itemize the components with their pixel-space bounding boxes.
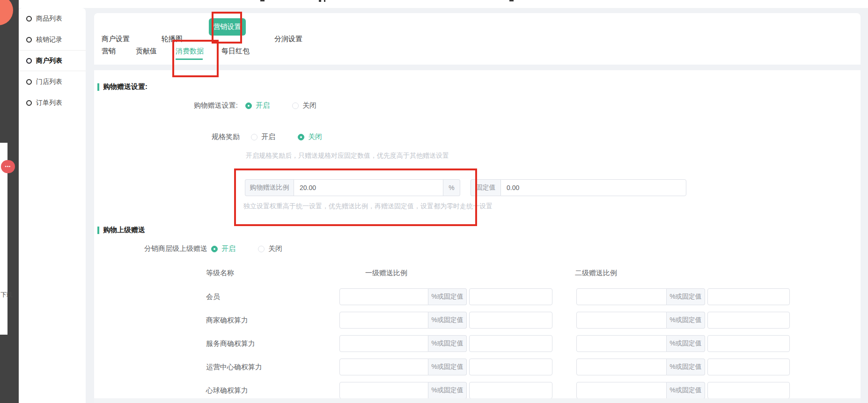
gift-ratio-input[interactable] [294,179,443,196]
tab-marketing-settings[interactable]: 营销设置 [209,18,246,36]
shopping-gift-label: 购物赠送设置: [116,101,238,110]
level1-ratio-group: %或固定值 [339,359,552,375]
sidebar-item-label: 订单列表 [36,99,62,107]
level2-fixed-input[interactable] [707,382,790,399]
level-name: 运营中心确权算力 [206,363,339,372]
fixed-value-input-group: 固定值 [471,179,686,196]
radio-upline-off-label[interactable]: 关闭 [268,244,282,253]
table-row-merchant-power: 商家确权算力 %或固定值 %或固定值 [206,312,790,329]
sidebar-item-order-list[interactable]: 订单列表 [19,92,86,113]
section-title: 购物上级赠送 [103,226,145,234]
level2-ratio-input[interactable] [576,335,667,352]
level2-fixed-input[interactable] [707,288,790,305]
level2-ratio-group: %或固定值 [576,382,790,399]
circle-bullet-icon [26,37,32,43]
level1-ratio-input[interactable] [339,382,428,399]
sidebar-item-label: 商户列表 [36,57,62,65]
radio-spec-on[interactable] [251,134,257,140]
table-row-xinqiu-power: 心球确权算力 %或固定值 %或固定值 [206,382,790,399]
radio-gift-on-label[interactable]: 开启 [256,101,270,110]
circle-bullet-icon [26,16,32,22]
circle-bullet-icon [26,100,32,106]
sidebar-item-goods-list[interactable]: 商品列表 [19,8,86,29]
truncated-text-fragment [509,0,514,1]
subtab-marketing[interactable]: 营销 [102,47,116,56]
radio-gift-off-label[interactable]: 关闭 [302,101,316,110]
radio-gift-off[interactable] [292,103,299,109]
truncated-text-fragment [324,0,325,2]
level2-ratio-group: %或固定值 [576,288,790,305]
section-accent-bar [97,83,99,91]
level-name: 服务商确权算力 [206,339,339,348]
sidebar-item-merchant-list[interactable]: 商户列表 [19,50,86,71]
radio-spec-off-label[interactable]: 关闭 [308,132,322,141]
level1-fixed-input[interactable] [469,288,552,305]
fixed-value-prefix: 固定值 [471,179,500,196]
settings-tabs-card: 商户设置 轮播图 营销设置 分润设置 营销 贡献值 消费数据 每日红包 [94,13,861,65]
unit-label: %或固定值 [667,312,705,329]
level1-ratio-input[interactable] [339,288,428,305]
level2-fixed-input[interactable] [707,335,790,352]
level1-ratio-input[interactable] [339,359,428,375]
level2-ratio-input[interactable] [576,382,667,399]
col-header-level1-ratio: 一级赠送比例 [365,269,407,278]
sidebar-item-verify-records[interactable]: 核销记录 [19,29,86,50]
radio-upline-off[interactable] [258,246,265,252]
table-row-service-power: 服务商确权算力 %或固定值 %或固定值 [206,335,790,352]
tab-carousel[interactable]: 轮播图 [162,35,183,44]
unit-label: %或固定值 [667,335,705,352]
subtab-contribution[interactable]: 贡献值 [136,47,157,56]
level1-ratio-group: %或固定值 [339,312,552,329]
tab-profit-settings[interactable]: 分润设置 [274,35,302,44]
section-title: 购物赠送设置: [103,82,147,91]
tab-merchant-settings[interactable]: 商户设置 [102,35,130,44]
section-upline-gift: 购物上级赠送 [97,226,145,234]
level2-ratio-input[interactable] [576,312,667,329]
level1-fixed-input[interactable] [469,312,552,329]
bottom-scroll-band [94,398,861,403]
upline-label: 分销商层级上级赠送 [95,244,207,253]
unit-label: %或固定值 [667,359,705,375]
unit-label: %或固定值 [428,359,467,375]
level1-ratio-group: %或固定值 [339,288,552,305]
unit-label: %或固定值 [667,382,705,399]
truncated-text-fragment [260,0,265,1]
level2-ratio-input[interactable] [576,288,667,305]
sidebar-item-label: 门店列表 [36,78,62,86]
col-header-level2-ratio: 二级赠送比例 [575,269,617,278]
level1-fixed-input[interactable] [469,335,552,352]
upline-radio-row: 分销商层级上级赠送 开启 关闭 [95,244,282,253]
unit-label: %或固定值 [428,288,467,305]
unit-label: %或固定值 [428,382,467,399]
col-header-level-name: 等级名称 [206,269,234,278]
subtab-daily-redpacket[interactable]: 每日红包 [221,47,250,56]
level1-fixed-input[interactable] [469,359,552,375]
gift-ratio-prefix: 购物赠送比例 [245,179,294,196]
level2-fixed-input[interactable] [707,312,790,329]
radio-upline-on[interactable] [211,246,218,252]
radio-upline-on-label[interactable]: 开启 [221,244,235,253]
level1-ratio-input[interactable] [339,335,428,352]
chat-bubble-icon[interactable]: ••• [1,160,15,173]
truncated-text-fragment [319,0,321,2]
sidebar-item-store-list[interactable]: 门店列表 [19,71,86,92]
radio-spec-off[interactable] [298,134,304,140]
active-subtab-underline [176,59,203,60]
download-label[interactable]: 下载 [0,291,13,299]
shopping-gift-radio-row: 购物赠送设置: 开启 关闭 [116,101,316,110]
fixed-value-input[interactable] [500,179,686,196]
level2-fixed-input[interactable] [707,359,790,375]
gift-ratio-suffix-percent: % [443,179,460,196]
table-row-member: 会员 %或固定值 %或固定值 [206,288,790,305]
radio-spec-on-label[interactable]: 开启 [261,132,275,141]
radio-gift-on[interactable] [245,103,252,109]
level1-fixed-input[interactable] [469,382,552,399]
circle-bullet-icon [26,79,32,85]
unit-label: %或固定值 [428,335,467,352]
subtab-consumption-data[interactable]: 消费数据 [176,47,204,56]
level1-ratio-input[interactable] [339,312,428,329]
level2-ratio-input[interactable] [576,359,667,375]
truncated-top-header [19,0,868,8]
sidebar-item-label: 核销记录 [36,36,62,44]
unit-label: %或固定值 [428,312,467,329]
